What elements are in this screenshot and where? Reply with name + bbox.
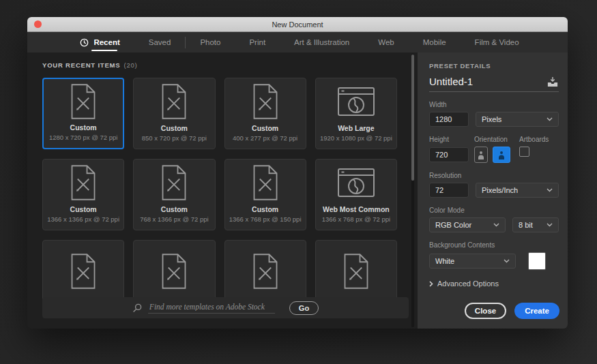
tab-label: Web	[378, 38, 394, 46]
color-mode-dropdown[interactable]: RGB Color	[429, 217, 506, 232]
recent-item-card[interactable]: Custom 1366 x 1366 px @ 72 ppi	[42, 159, 124, 230]
resolution-input[interactable]	[429, 183, 469, 198]
resolution-unit-value: Pixels/Inch	[482, 186, 518, 194]
recent-item-card[interactable]: Web Large 1920 x 1080 px @ 72 ppi	[315, 78, 397, 149]
document-icon	[250, 164, 280, 201]
recent-item-icon-wrap	[159, 78, 189, 124]
window-title: New Document	[272, 20, 323, 29]
recent-item-name: Custom	[161, 124, 188, 132]
width-unit-dropdown[interactable]: Pixels	[476, 112, 559, 127]
tab-print[interactable]: Print	[235, 32, 280, 52]
recent-items-grid: Custom 1280 x 720 px @ 72 ppi Custom 850…	[42, 78, 397, 329]
close-window-button[interactable]	[34, 20, 42, 28]
width-row: Pixels	[429, 112, 559, 127]
recent-item-name: Custom	[70, 205, 97, 213]
orientation-landscape-button[interactable]	[493, 147, 510, 163]
background-contents-value: White	[435, 257, 454, 265]
document-icon	[159, 164, 189, 201]
recent-item-icon-wrap	[68, 160, 98, 205]
recent-item-card[interactable]: Custom 768 x 1366 px @ 72 ppi	[133, 159, 215, 230]
resolution-row: Pixels/Inch	[429, 183, 559, 198]
tab-web[interactable]: Web	[364, 32, 408, 52]
background-contents-dropdown[interactable]: White	[429, 254, 516, 269]
tab-saved[interactable]: Saved	[134, 32, 186, 52]
width-unit-value: Pixels	[482, 115, 501, 123]
recent-item-icon-wrap	[68, 241, 98, 302]
color-mode-value: RGB Color	[435, 221, 471, 229]
recent-item-card[interactable]: Custom 850 x 720 px @ 72 ppi	[133, 78, 215, 149]
tab-photo[interactable]: Photo	[186, 32, 235, 52]
recent-items-count: (20)	[123, 61, 137, 69]
search-icon	[132, 303, 142, 313]
landscape-icon	[498, 151, 505, 160]
width-input[interactable]	[429, 112, 469, 127]
recent-item-icon-wrap	[341, 241, 371, 302]
document-icon	[250, 253, 280, 290]
background-contents-label: Background Contents	[429, 241, 559, 249]
height-orientation-artboards-row: Height Orientation	[429, 136, 559, 163]
chevron-down-icon	[504, 259, 510, 263]
chevron-down-icon	[547, 188, 553, 192]
recent-item-dimensions: 850 x 720 px @ 72 ppi	[142, 134, 207, 142]
new-document-dialog: New Document Recent Saved Photo Print Ar…	[27, 17, 568, 329]
orientation-portrait-button[interactable]	[474, 147, 488, 163]
tab-label: Mobile	[423, 38, 446, 46]
chevron-down-icon	[547, 117, 553, 121]
height-input[interactable]	[429, 147, 469, 162]
save-preset-icon[interactable]	[547, 76, 559, 87]
recent-item-dimensions: 1366 x 768 px @ 150 ppi	[229, 215, 302, 223]
advanced-options-toggle[interactable]: Advanced Options	[429, 279, 559, 288]
tab-art-illustration[interactable]: Art & Illustration	[280, 32, 364, 52]
recent-item-card[interactable]: Custom 400 x 277 px @ 72 ppi	[224, 78, 306, 149]
scrollbar-thumb[interactable]	[411, 55, 414, 181]
document-icon	[250, 83, 280, 120]
recent-item-dimensions: 1920 x 1080 px @ 72 ppi	[320, 134, 392, 142]
recent-item-name: Custom	[252, 205, 278, 213]
recent-item-card[interactable]: Custom 1366 x 768 px @ 150 ppi	[224, 159, 306, 230]
recent-item-dimensions: 1366 x 768 px @ 72 ppi	[322, 215, 391, 223]
tab-mobile[interactable]: Mobile	[409, 32, 461, 52]
tab-film-video[interactable]: Film & Video	[461, 32, 534, 52]
recent-item-name: Web Large	[338, 124, 374, 132]
title-bar: New Document	[27, 17, 568, 32]
recent-item-card[interactable]: Custom 1280 x 720 px @ 72 ppi	[42, 78, 124, 149]
bit-depth-value: 8 bit	[519, 221, 533, 229]
stock-search-input[interactable]	[148, 303, 275, 314]
recent-item-dimensions: 1280 x 720 px @ 72 ppi	[49, 134, 118, 141]
artboards-checkbox[interactable]	[519, 147, 529, 157]
background-color-swatch[interactable]	[528, 252, 546, 270]
background-contents-row: White	[429, 252, 559, 270]
document-icon	[159, 253, 189, 290]
color-mode-label: Color Mode	[429, 207, 559, 214]
tab-recent[interactable]: Recent	[65, 32, 134, 52]
recent-item-name: Custom	[252, 124, 278, 132]
tab-bar: Recent Saved Photo Print Art & Illustrat…	[27, 32, 568, 52]
document-name-input[interactable]	[429, 76, 541, 87]
bit-depth-dropdown[interactable]: 8 bit	[512, 217, 559, 232]
tab-label: Saved	[149, 38, 171, 46]
tab-label: Art & Illustration	[294, 38, 349, 46]
dialog-action-buttons: Close Create	[465, 303, 559, 319]
width-label: Width	[429, 101, 559, 108]
go-button[interactable]: Go	[289, 301, 319, 315]
recent-item-icon-wrap	[337, 78, 375, 124]
clock-icon	[80, 38, 89, 47]
close-button[interactable]: Close	[465, 303, 506, 319]
resolution-unit-dropdown[interactable]: Pixels/Inch	[476, 183, 559, 198]
preset-details-heading: PRESET DETAILS	[429, 62, 559, 70]
recent-item-icon-wrap	[159, 241, 189, 302]
recent-item-icon-wrap	[68, 79, 98, 123]
chevron-right-icon	[429, 281, 433, 287]
recent-item-dimensions: 768 x 1366 px @ 72 ppi	[140, 215, 209, 223]
recent-item-card[interactable]: Web Most Common 1366 x 768 px @ 72 ppi	[315, 159, 397, 230]
recent-item-dimensions: 1366 x 1366 px @ 72 ppi	[47, 215, 119, 223]
color-mode-row: RGB Color 8 bit	[429, 217, 559, 232]
vertical-scrollbar[interactable]	[411, 54, 414, 327]
create-button[interactable]: Create	[514, 303, 559, 319]
artboards-label: Artboards	[519, 136, 559, 143]
recent-item-name: Custom	[161, 205, 188, 213]
recent-items-heading-text: YOUR RECENT ITEMS	[42, 61, 120, 69]
chevron-down-icon	[493, 223, 499, 227]
chevron-down-icon	[547, 223, 553, 227]
dialog-body: YOUR RECENT ITEMS(20) Custom 1280 x 720 …	[27, 52, 568, 329]
